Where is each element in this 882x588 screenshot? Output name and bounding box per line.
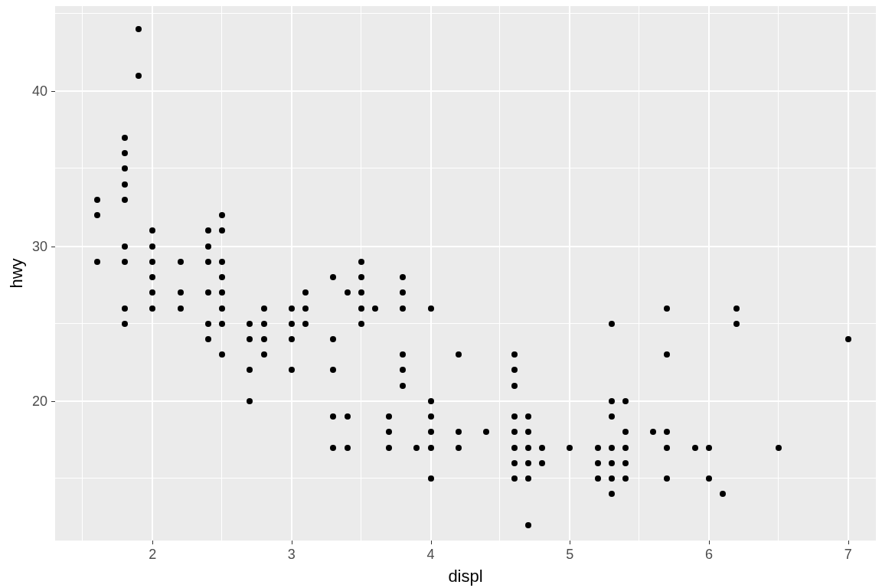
data-point bbox=[289, 367, 295, 373]
data-point bbox=[261, 351, 267, 358]
data-point bbox=[289, 305, 295, 312]
data-point bbox=[122, 259, 128, 265]
data-point bbox=[205, 289, 211, 296]
data-point bbox=[122, 305, 128, 312]
data-point bbox=[122, 321, 128, 327]
data-point bbox=[386, 413, 392, 420]
data-point bbox=[609, 491, 615, 497]
x-tick-mark bbox=[709, 541, 710, 544]
x-tick-label: 7 bbox=[844, 547, 852, 563]
x-axis-title: displ bbox=[448, 567, 482, 586]
y-tick-mark bbox=[51, 91, 55, 92]
data-point bbox=[622, 460, 629, 466]
data-point bbox=[706, 445, 712, 451]
data-point bbox=[567, 445, 573, 451]
data-point bbox=[664, 429, 670, 435]
data-point bbox=[400, 351, 406, 358]
data-point bbox=[664, 475, 670, 482]
data-point bbox=[358, 274, 364, 280]
data-point bbox=[609, 445, 615, 451]
data-point bbox=[706, 475, 712, 482]
data-point bbox=[261, 305, 267, 312]
data-point bbox=[428, 429, 434, 435]
data-point bbox=[330, 445, 336, 451]
data-point bbox=[483, 429, 489, 435]
data-point bbox=[219, 227, 225, 234]
data-point bbox=[428, 413, 434, 420]
data-point bbox=[609, 460, 615, 466]
data-point bbox=[219, 274, 225, 280]
major-gridline bbox=[848, 6, 849, 541]
data-point bbox=[456, 445, 462, 451]
data-point bbox=[122, 197, 128, 203]
data-point bbox=[219, 289, 225, 296]
data-point bbox=[595, 475, 601, 482]
data-point bbox=[525, 475, 531, 482]
data-point bbox=[330, 274, 336, 280]
data-point bbox=[525, 413, 531, 420]
data-point bbox=[372, 305, 378, 312]
data-point bbox=[428, 398, 434, 404]
data-point bbox=[428, 305, 434, 312]
data-point bbox=[178, 305, 184, 312]
data-point bbox=[358, 305, 364, 312]
data-point bbox=[400, 305, 406, 312]
x-tick-mark bbox=[431, 541, 432, 544]
data-point bbox=[413, 445, 420, 451]
data-point bbox=[330, 413, 336, 420]
data-point bbox=[428, 475, 434, 482]
data-point bbox=[178, 259, 184, 265]
data-point bbox=[386, 445, 392, 451]
data-point bbox=[136, 26, 142, 32]
data-point bbox=[622, 398, 629, 404]
x-tick-label: 4 bbox=[427, 547, 435, 563]
data-point bbox=[525, 429, 531, 435]
y-axis-title: hwy bbox=[7, 258, 27, 288]
data-point bbox=[345, 289, 351, 296]
data-point bbox=[122, 135, 128, 141]
major-gridline bbox=[430, 6, 432, 541]
data-point bbox=[595, 460, 601, 466]
data-point bbox=[247, 367, 253, 373]
minor-gridline bbox=[221, 6, 222, 541]
minor-gridline bbox=[778, 6, 779, 541]
scatter-chart: displ hwy 234567203040 bbox=[0, 0, 882, 588]
data-point bbox=[511, 383, 518, 389]
data-point bbox=[400, 289, 406, 296]
y-tick-label: 30 bbox=[32, 238, 47, 254]
data-point bbox=[650, 429, 656, 435]
minor-gridline bbox=[55, 168, 876, 168]
x-tick-mark bbox=[292, 541, 292, 544]
y-tick-label: 20 bbox=[32, 393, 47, 409]
data-point bbox=[358, 321, 364, 327]
data-point bbox=[400, 274, 406, 280]
data-point bbox=[205, 259, 211, 265]
data-point bbox=[622, 429, 629, 435]
data-point bbox=[511, 367, 518, 373]
data-point bbox=[247, 398, 253, 404]
data-point bbox=[733, 321, 740, 327]
data-point bbox=[289, 336, 295, 342]
major-gridline bbox=[569, 6, 570, 541]
major-gridline bbox=[708, 6, 710, 541]
data-point bbox=[511, 445, 518, 451]
data-point bbox=[330, 367, 336, 373]
data-point bbox=[178, 289, 184, 296]
data-point bbox=[261, 336, 267, 342]
data-point bbox=[205, 243, 211, 250]
data-point bbox=[511, 475, 518, 482]
data-point bbox=[609, 475, 615, 482]
data-point bbox=[94, 212, 100, 218]
data-point bbox=[149, 305, 155, 312]
data-point bbox=[511, 413, 518, 420]
data-point bbox=[345, 413, 351, 420]
data-point bbox=[219, 259, 225, 265]
data-point bbox=[149, 227, 155, 234]
data-point bbox=[622, 475, 629, 482]
x-tick-label: 2 bbox=[149, 547, 156, 563]
y-tick-mark bbox=[51, 401, 55, 402]
data-point bbox=[261, 321, 267, 327]
data-point bbox=[219, 212, 225, 218]
data-point bbox=[511, 460, 518, 466]
major-gridline bbox=[291, 6, 292, 541]
